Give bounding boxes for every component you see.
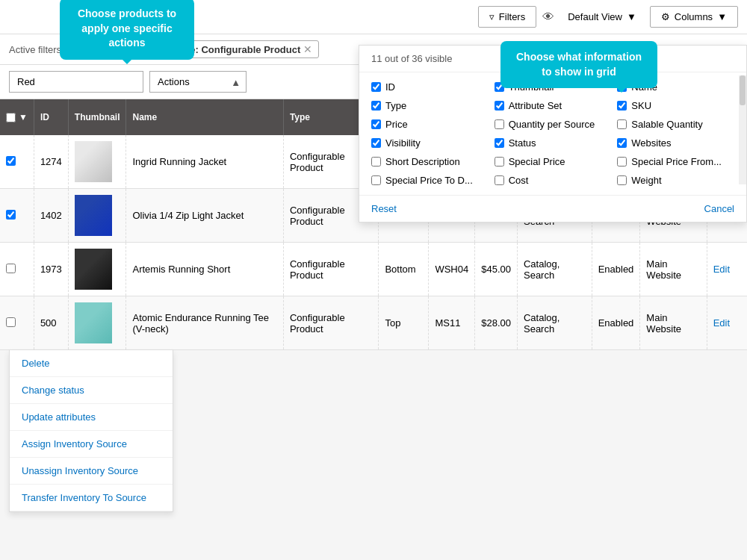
- chevron-down-icon: ▼: [627, 11, 636, 22]
- columns-tooltip-text: Choose what information to show in grid: [516, 51, 642, 78]
- row-checkbox-2[interactable]: [6, 264, 16, 273]
- default-view-label: Default View: [568, 11, 622, 22]
- column-label: ID: [385, 81, 395, 93]
- row-checkbox-3[interactable]: [6, 317, 16, 327]
- row-name: Ingrid Running Jacket: [126, 135, 283, 189]
- remove-type-filter[interactable]: ✕: [303, 43, 312, 55]
- column-checkbox-quantity-per-source[interactable]: [495, 119, 504, 129]
- actions-tooltip-text: Choose products to apply one specific ac…: [78, 7, 176, 49]
- column-item: Attribute Set: [495, 100, 612, 111]
- scrollbar[interactable]: [739, 75, 746, 184]
- row-edit-link[interactable]: Edit: [713, 317, 730, 329]
- column-label: Short Description: [385, 156, 460, 167]
- scrollbar-thumb: [740, 75, 746, 105]
- chevron-down-icon2: ▼: [717, 11, 727, 22]
- column-label: Weight: [631, 175, 661, 186]
- row-id: 1274: [34, 135, 68, 189]
- default-view-button[interactable]: Default View ▼: [560, 7, 644, 27]
- column-item: Salable Quantity: [617, 119, 734, 130]
- action-change-status[interactable]: Change status: [10, 377, 173, 404]
- column-checkbox-cost[interactable]: [495, 175, 504, 185]
- filters-button[interactable]: ▿ Filters: [478, 6, 536, 28]
- search-input[interactable]: [9, 71, 143, 93]
- row-status: Enabled: [592, 243, 640, 296]
- row-type: Configurable Product: [283, 243, 379, 296]
- columns-footer: Reset Cancel: [359, 195, 746, 222]
- row-visibility: Catalog, Search: [517, 296, 592, 350]
- row-edit-link[interactable]: Edit: [713, 264, 730, 275]
- select-all-header: ▼: [0, 99, 34, 135]
- filters-label: Filters: [499, 11, 525, 22]
- action-unassign-inventory[interactable]: Unassign Inventory Source: [10, 458, 173, 485]
- row-sku: WSH04: [429, 243, 475, 296]
- column-item: Special Price From...: [617, 156, 734, 167]
- column-checkbox-special-price[interactable]: [495, 157, 504, 167]
- action-transfer-inventory[interactable]: Transfer Inventory To Source: [10, 485, 173, 511]
- column-item: Special Price To D...: [371, 175, 489, 186]
- select-all-checkbox[interactable]: [6, 113, 16, 122]
- row-attribute-set: Top: [379, 296, 429, 350]
- th-thumbnail: Thumbnail: [68, 99, 126, 135]
- select-all-arrow[interactable]: ▼: [19, 112, 28, 122]
- column-label: Price: [385, 119, 408, 130]
- actions-select[interactable]: Actions Delete Change status Update attr…: [149, 71, 247, 93]
- table-row: 1973Artemis Running ShortConfigurable Pr…: [0, 243, 747, 296]
- row-status: Enabled: [592, 296, 640, 350]
- th-id: ID: [34, 99, 68, 135]
- actions-dropdown: Delete Change status Update attributes A…: [9, 350, 173, 512]
- product-thumbnail: [75, 302, 112, 343]
- column-checkbox-special-price-to-d...[interactable]: [371, 175, 381, 185]
- column-checkbox-salable-quantity[interactable]: [617, 119, 627, 129]
- column-item: Visibility: [371, 137, 489, 149]
- column-item: Special Price: [495, 156, 612, 167]
- column-checkbox-visibility[interactable]: [371, 138, 381, 148]
- column-checkbox-status[interactable]: [495, 138, 504, 148]
- column-label: SKU: [631, 100, 651, 111]
- columns-button[interactable]: ⚙ Columns ▼: [650, 6, 738, 28]
- reset-columns-button[interactable]: Reset: [371, 203, 397, 214]
- action-update-attributes[interactable]: Update attributes: [10, 404, 173, 431]
- column-item: Cost: [495, 175, 612, 186]
- table-row: 500Atomic Endurance Running Tee (V-neck)…: [0, 296, 747, 350]
- column-label: Salable Quantity: [631, 119, 702, 130]
- column-checkbox-websites[interactable]: [617, 138, 627, 148]
- columns-label: Columns: [675, 11, 713, 22]
- active-filters-label: Active filters:: [9, 44, 64, 55]
- gear-icon: ⚙: [661, 11, 670, 22]
- action-delete[interactable]: Delete: [10, 350, 173, 377]
- row-checkbox-1[interactable]: [6, 210, 16, 220]
- column-checkbox-type[interactable]: [371, 101, 381, 111]
- column-checkbox-weight[interactable]: [617, 175, 627, 185]
- th-name: Name: [126, 99, 283, 135]
- column-checkbox-sku[interactable]: [617, 101, 627, 111]
- row-price: $45.00: [475, 243, 518, 296]
- eye-icon: 👁: [542, 10, 554, 24]
- action-assign-inventory[interactable]: Assign Inventory Source: [10, 431, 173, 458]
- row-checkbox-0[interactable]: [6, 156, 16, 166]
- column-item: Weight: [617, 175, 734, 186]
- column-checkbox-price[interactable]: [371, 119, 381, 129]
- row-name: Atomic Endurance Running Tee (V-neck): [126, 296, 283, 350]
- row-type: Configurable Product: [283, 296, 379, 350]
- row-sku: MS11: [429, 296, 475, 350]
- column-checkbox-attribute-set[interactable]: [495, 101, 504, 111]
- column-item: Status: [495, 137, 612, 149]
- row-name: Olivia 1/4 Zip Light Jacket: [126, 189, 283, 243]
- column-item: Websites: [617, 137, 734, 149]
- column-label: Quantity per Source: [509, 119, 595, 130]
- column-item: Type: [371, 100, 489, 111]
- row-id: 1973: [34, 243, 68, 296]
- product-thumbnail: [75, 195, 112, 236]
- column-item: Short Description: [371, 156, 489, 167]
- column-checkbox-special-price-from...[interactable]: [617, 157, 627, 167]
- column-checkbox-short-description[interactable]: [371, 157, 381, 167]
- row-name: Artemis Running Short: [126, 243, 283, 296]
- column-label: Status: [509, 137, 536, 149]
- column-checkbox-id[interactable]: [371, 82, 381, 92]
- column-item: SKU: [617, 100, 734, 111]
- column-label: Special Price To D...: [385, 175, 473, 186]
- product-thumbnail: [75, 249, 112, 290]
- product-thumbnail: [75, 141, 112, 182]
- row-id: 500: [34, 296, 68, 350]
- cancel-columns-button[interactable]: Cancel: [704, 203, 734, 214]
